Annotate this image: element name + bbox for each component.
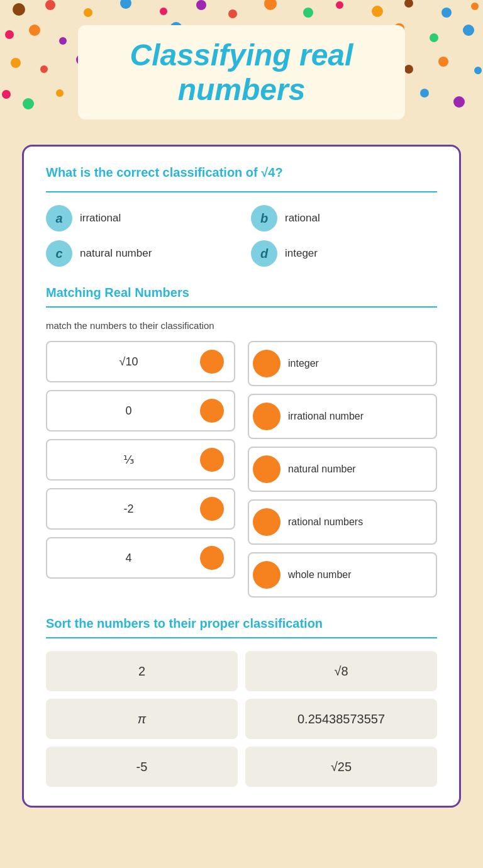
right-connector-1: [253, 403, 280, 430]
matching-divider: [46, 306, 437, 308]
match-left-4[interactable]: 4: [46, 537, 235, 579]
match-right-0[interactable]: integer: [248, 341, 437, 386]
left-connector-4: [200, 546, 224, 570]
left-connector-3: [200, 497, 224, 521]
sort-cell-3[interactable]: 0.25438573557: [245, 699, 437, 739]
mc-divider: [46, 191, 437, 192]
match-left-0[interactable]: √10: [46, 341, 235, 382]
match-number-2: ⅓: [57, 453, 200, 467]
match-label-0: integer: [288, 358, 319, 369]
sort-cell-5[interactable]: √25: [245, 747, 437, 787]
mc-option-d[interactable]: d integer: [251, 240, 437, 267]
mc-badge-c: c: [46, 240, 72, 267]
sort-cell-1[interactable]: √8: [245, 651, 437, 691]
match-left-1[interactable]: 0: [46, 390, 235, 431]
mc-badge-a: a: [46, 205, 72, 231]
mc-option-b[interactable]: b rational: [251, 205, 437, 231]
sort-cell-4[interactable]: -5: [46, 747, 238, 787]
main-card: What is the correct classification of √4…: [22, 145, 461, 808]
match-label-3: rational numbers: [288, 516, 363, 528]
mc-question: What is the correct classification of √4…: [46, 165, 437, 180]
mc-badge-d: d: [251, 240, 277, 267]
right-connector-3: [253, 508, 280, 536]
right-connector-4: [253, 561, 280, 589]
match-left-3[interactable]: -2: [46, 488, 235, 530]
sort-cell-2[interactable]: π: [46, 699, 238, 739]
mc-label-a: irrational: [80, 212, 121, 225]
right-connector-2: [253, 455, 280, 483]
left-connector-1: [200, 399, 224, 423]
matching-title: Matching Real Numbers: [46, 286, 437, 300]
match-label-1: irrational number: [288, 411, 364, 422]
match-number-1: 0: [57, 404, 200, 418]
matching-section: Matching Real Numbers match the numbers …: [46, 286, 437, 598]
match-number-0: √10: [57, 355, 200, 369]
left-connector-2: [200, 448, 224, 472]
sort-grid: 2√8π0.25438573557-5√25: [46, 651, 437, 787]
match-left-2[interactable]: ⅓: [46, 439, 235, 481]
match-label-2: natural number: [288, 464, 356, 475]
match-number-3: -2: [57, 503, 200, 516]
mc-option-a[interactable]: a irrational: [46, 205, 232, 231]
title-box: Classifying real numbers: [78, 25, 405, 120]
sort-title: Sort the numbers to their proper classif…: [46, 616, 437, 631]
sort-cell-0[interactable]: 2: [46, 651, 238, 691]
match-right-4[interactable]: whole number: [248, 552, 437, 598]
right-connector-0: [253, 350, 280, 377]
match-right-2[interactable]: natural number: [248, 447, 437, 492]
sort-divider: [46, 637, 437, 638]
match-right-3[interactable]: rational numbers: [248, 499, 437, 545]
matching-rows: √10 0 ⅓ -2 4 integer irrational number n…: [46, 341, 437, 598]
mc-options: a irrational b rational c natural number…: [46, 205, 437, 267]
match-number-4: 4: [57, 552, 200, 565]
mc-badge-b: b: [251, 205, 277, 231]
mc-label-c: natural number: [80, 247, 152, 260]
match-instruction: match the numbers to their classificatio…: [46, 320, 437, 331]
mc-label-b: rational: [285, 212, 320, 225]
sort-section: Sort the numbers to their proper classif…: [46, 616, 437, 787]
left-connector-0: [200, 350, 224, 374]
title-container: Classifying real numbers: [0, 0, 483, 138]
left-column: √10 0 ⅓ -2 4: [46, 341, 235, 598]
mc-option-c[interactable]: c natural number: [46, 240, 232, 267]
multiple-choice-section: What is the correct classification of √4…: [46, 165, 437, 267]
match-label-4: whole number: [288, 569, 352, 581]
right-column: integer irrational number natural number…: [248, 341, 437, 598]
match-right-1[interactable]: irrational number: [248, 394, 437, 439]
page-title: Classifying real numbers: [103, 38, 380, 107]
mc-label-d: integer: [285, 247, 318, 260]
